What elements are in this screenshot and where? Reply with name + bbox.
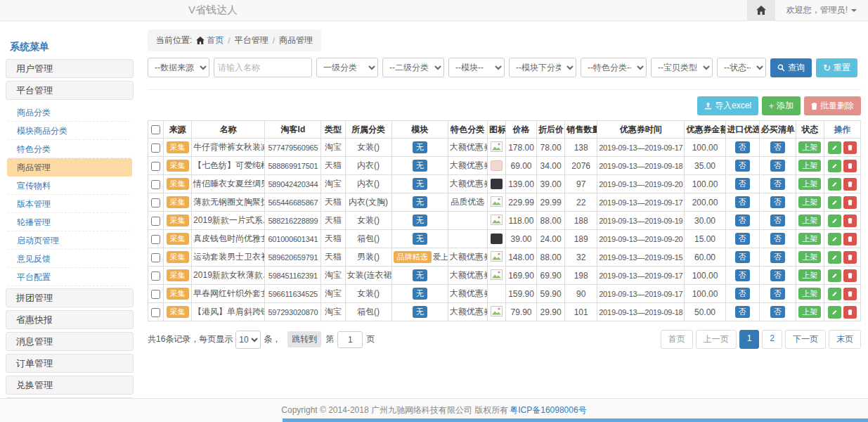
page-button[interactable]: 上一页 [696,330,737,349]
name-search-input[interactable] [214,58,312,77]
row-checkbox[interactable] [151,290,160,299]
user-menu[interactable]: 欢迎您，管理员! [775,4,868,16]
delete-button[interactable] [843,306,857,319]
filter-select[interactable]: 一级分类 [316,58,378,77]
must-buy-toggle-badge[interactable]: 否 [770,215,785,226]
row-checkbox[interactable] [151,253,160,262]
status-badge[interactable]: 上架 [798,306,821,318]
edit-button[interactable] [828,196,841,209]
delete-button[interactable] [843,178,857,191]
sidebar-item[interactable]: 商品分类 [7,103,132,122]
delete-button[interactable] [843,288,857,300]
import-toggle-badge[interactable]: 否 [735,178,750,190]
must-buy-toggle-badge[interactable]: 否 [770,306,785,318]
reset-button[interactable]: ↻ 重置 [816,58,857,77]
import-toggle-badge[interactable]: 否 [735,288,750,300]
import-toggle-badge[interactable]: 否 [735,306,750,318]
sidebar-item[interactable]: 特色分类 [7,140,132,158]
delete-button[interactable] [843,141,857,154]
page-button[interactable]: 首页 [661,330,693,349]
must-buy-toggle-badge[interactable]: 否 [770,251,785,263]
import-toggle-badge[interactable]: 否 [735,251,750,263]
import-toggle-badge[interactable]: 否 [735,215,750,226]
row-checkbox[interactable] [151,235,160,244]
sidebar-group[interactable]: 拼团管理 [6,288,134,307]
edit-button[interactable] [828,269,841,282]
delete-button[interactable] [843,233,857,245]
search-button[interactable]: 查询 [770,58,812,77]
sidebar-item[interactable]: 意见反馈 [7,250,132,268]
must-buy-toggle-badge[interactable]: 否 [770,160,785,172]
status-badge[interactable]: 上架 [798,160,821,172]
select-all-checkbox[interactable] [151,125,160,134]
home-button[interactable] [747,0,775,20]
status-badge[interactable]: 上架 [798,196,821,208]
sidebar-item[interactable]: 平台配置 [7,268,132,286]
must-buy-toggle-badge[interactable]: 否 [770,178,785,190]
filter-select[interactable]: --数据来源-- [148,58,209,77]
sidebar-group[interactable]: 消息管理 [6,332,134,351]
row-checkbox[interactable] [151,180,160,189]
page-button[interactable]: 末页 [829,330,861,349]
sidebar-item[interactable]: 轮播管理 [7,213,132,231]
filter-select[interactable]: --宝贝类型-- [651,58,713,77]
import-excel-button[interactable]: 导入excel [697,96,758,115]
status-badge[interactable]: 上架 [798,233,821,245]
edit-button[interactable] [828,141,841,154]
breadcrumb-home-link[interactable]: 首页 [196,34,224,46]
status-badge[interactable]: 上架 [798,251,821,263]
horizontal-scrollbar[interactable] [283,418,868,422]
import-toggle-badge[interactable]: 否 [735,160,750,172]
filter-select[interactable]: --状态-- [717,58,766,77]
filter-select[interactable]: --模块-- [448,58,505,77]
edit-button[interactable] [828,178,841,191]
edit-button[interactable] [828,288,841,300]
row-checkbox[interactable] [151,308,160,317]
sidebar-item[interactable]: 模块商品分类 [7,122,132,140]
delete-button[interactable] [843,196,857,209]
import-toggle-badge[interactable]: 否 [735,141,750,153]
delete-button[interactable] [843,251,857,264]
import-toggle-badge[interactable]: 否 [735,233,750,245]
sidebar-item[interactable]: 启动页管理 [7,231,132,250]
must-buy-toggle-badge[interactable]: 否 [770,196,785,208]
import-toggle-badge[interactable]: 否 [735,196,750,208]
edit-button[interactable] [828,215,841,227]
edit-button[interactable] [828,160,841,172]
page-button[interactable]: 2 [762,330,782,349]
sidebar-item[interactable]: 商品管理 [7,158,132,177]
status-badge[interactable]: 上架 [798,178,821,190]
page-button[interactable]: 1 [739,330,760,349]
sidebar-item[interactable]: 宣传物料 [7,177,132,195]
must-buy-toggle-badge[interactable]: 否 [770,233,785,245]
edit-button[interactable] [828,233,841,245]
filter-select[interactable]: --二级分类-- [382,58,444,77]
sidebar-group[interactable]: 省惠快报 [6,310,134,329]
status-badge[interactable]: 上架 [798,141,821,153]
must-buy-toggle-badge[interactable]: 否 [770,141,785,153]
page-number-input[interactable] [337,331,363,348]
edit-button[interactable] [828,306,841,319]
per-page-select[interactable]: 10 [235,331,261,349]
add-button[interactable]: + 添加 [762,96,801,115]
row-checkbox[interactable] [151,198,160,207]
edit-button[interactable] [828,251,841,264]
filter-select[interactable]: --特色分类-- [581,58,647,77]
sidebar-group[interactable]: 用户管理 [6,59,134,78]
row-checkbox[interactable] [151,271,160,281]
row-checkbox[interactable] [151,143,160,153]
row-checkbox[interactable] [151,162,160,171]
sidebar-group[interactable]: 平台管理 [6,81,134,100]
jump-button[interactable]: 跳转到 [287,331,321,347]
row-checkbox[interactable] [151,217,160,226]
sidebar-group[interactable]: 兑换管理 [6,376,134,395]
status-badge[interactable]: 上架 [798,269,821,281]
must-buy-toggle-badge[interactable]: 否 [770,269,785,281]
icp-link[interactable]: 粤ICP备16098006号 [510,404,586,416]
delete-button[interactable] [843,160,857,172]
delete-button[interactable] [843,269,857,282]
status-badge[interactable]: 上架 [798,288,821,300]
must-buy-toggle-badge[interactable]: 否 [770,288,785,300]
status-badge[interactable]: 上架 [798,215,821,226]
bulk-delete-button[interactable]: 批量删除 [804,96,861,115]
